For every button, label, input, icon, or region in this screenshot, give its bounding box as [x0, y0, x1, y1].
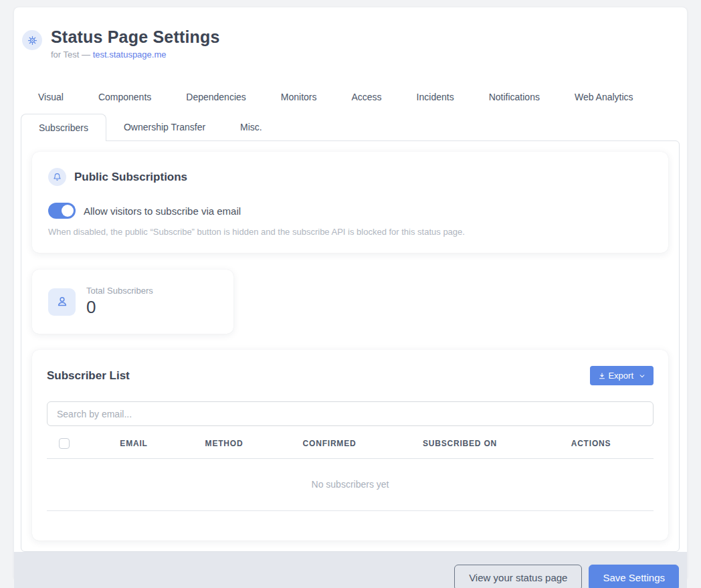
download-icon — [598, 372, 606, 380]
allow-subscribe-toggle[interactable] — [48, 203, 76, 219]
export-label: Export — [608, 371, 633, 381]
page-title: Status Page Settings — [51, 27, 220, 47]
total-subscribers-card: Total Subscribers 0 — [32, 270, 233, 334]
subscriber-list-card: Subscriber List Export — [32, 350, 668, 541]
table-bottom-padding — [47, 511, 654, 524]
tab-incidents[interactable]: Incidents — [399, 84, 472, 110]
toggle-help-text: When disabled, the public “Subscribe” bu… — [48, 227, 652, 237]
subtitle-prefix: for Test — — [51, 50, 90, 60]
toggle-knob — [62, 205, 74, 217]
select-all-checkbox[interactable] — [59, 438, 70, 449]
person-icon — [48, 288, 76, 316]
tab-row-2: Subscribers Ownership Transfer Misc. — [21, 114, 680, 140]
tab-web-analytics[interactable]: Web Analytics — [557, 84, 651, 110]
export-button[interactable]: Export — [590, 366, 654, 385]
settings-tabs: Visual Components Dependencies Monitors … — [21, 84, 680, 140]
tab-notifications[interactable]: Notifications — [472, 84, 557, 110]
subscriber-list-title: Subscriber List — [47, 369, 130, 383]
save-settings-button[interactable]: Save Settings — [589, 565, 679, 588]
public-subscriptions-card: Public Subscriptions Allow visitors to s… — [32, 152, 668, 253]
status-page-link[interactable]: test.statuspage.me — [93, 50, 167, 60]
settings-card: Status Page Settings for Test — test.sta… — [13, 7, 688, 581]
subscribers-table: EMAIL METHOD CONFIRMED SUBSCRIBED ON ACT… — [47, 438, 654, 524]
tab-access[interactable]: Access — [334, 84, 399, 110]
toggle-label: Allow visitors to subscribe via email — [84, 205, 241, 217]
subscribers-panel: Public Subscriptions Allow visitors to s… — [21, 140, 680, 552]
bell-icon — [48, 168, 66, 186]
tab-monitors[interactable]: Monitors — [264, 84, 334, 110]
search-input[interactable] — [47, 401, 654, 426]
section-title: Public Subscriptions — [74, 171, 187, 184]
settings-footer: View your status page Save Settings — [14, 552, 687, 588]
view-status-page-button[interactable]: View your status page — [454, 565, 582, 588]
column-confirmed: CONFIRMED — [268, 439, 391, 448]
gear-icon — [22, 30, 42, 50]
tab-visual[interactable]: Visual — [21, 84, 81, 110]
tab-components[interactable]: Components — [81, 84, 169, 110]
stat-text: Total Subscribers 0 — [86, 286, 153, 318]
chevron-down-icon — [639, 373, 645, 379]
page-subtitle: for Test — test.statuspage.me — [51, 50, 220, 60]
stat-value: 0 — [86, 297, 153, 318]
tab-misc[interactable]: Misc. — [223, 114, 280, 140]
tab-ownership-transfer[interactable]: Ownership Transfer — [106, 114, 223, 140]
header-text: Status Page Settings for Test — test.sta… — [51, 27, 220, 60]
stat-label: Total Subscribers — [86, 286, 153, 296]
tab-subscribers[interactable]: Subscribers — [21, 114, 106, 141]
page-header: Status Page Settings for Test — test.sta… — [14, 7, 687, 60]
subscribe-toggle-row: Allow visitors to subscribe via email — [48, 203, 652, 219]
subscriber-list-header: Subscriber List Export — [47, 366, 654, 385]
column-email: EMAIL — [87, 439, 181, 448]
tab-dependencies[interactable]: Dependencies — [169, 84, 264, 110]
column-method: METHOD — [181, 439, 268, 448]
tab-row-1: Visual Components Dependencies Monitors … — [21, 84, 680, 110]
table-header-row: EMAIL METHOD CONFIRMED SUBSCRIBED ON ACT… — [47, 438, 654, 459]
empty-state-message: No subscribers yet — [47, 459, 654, 511]
public-subscriptions-heading: Public Subscriptions — [48, 168, 652, 186]
column-actions: ACTIONS — [528, 439, 654, 448]
column-subscribed-on: SUBSCRIBED ON — [391, 439, 528, 448]
